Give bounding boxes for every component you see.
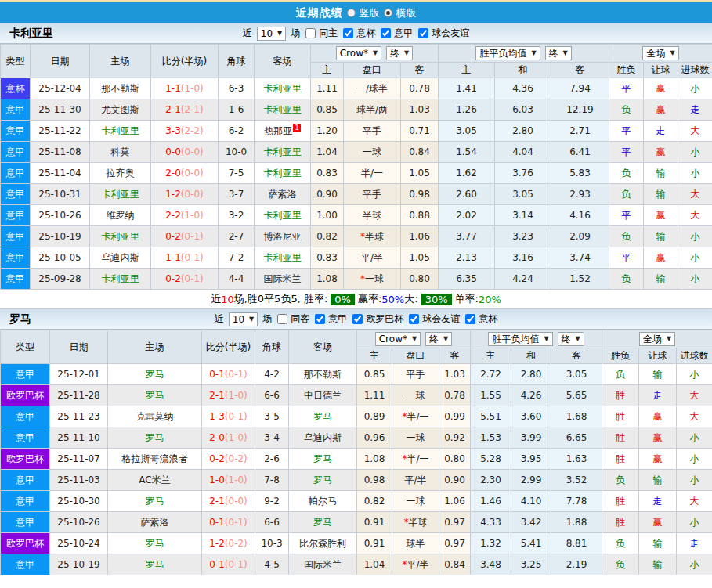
avg-draw: 3.95 [511,449,551,470]
games-label: 场 [291,27,300,40]
sub-col-header-7: 让球 [639,348,677,364]
result-wdl: 负 [609,99,644,121]
handicap-text: 平/半 [404,474,426,485]
final-odds-select[interactable]: 终▼ [386,46,413,60]
chevron-down-icon: ▼ [531,48,536,59]
away-team: 国际米兰 [289,554,357,575]
home-team-name: 卡利亚里 [102,189,139,200]
odds-home: 0.83 [311,163,344,184]
handicap-line: 一球 [344,142,401,163]
competition-checkbox-2[interactable] [418,28,428,38]
competition-checkbox-3[interactable] [465,314,475,324]
result-goals: 大 [678,205,712,226]
away-team-name: 热那亚 [264,125,292,136]
competition-checkbox-2[interactable] [409,314,419,324]
wdl-average-select[interactable]: 胜平负均值▼ [475,46,540,60]
away-team: 中日德兰 [289,385,357,406]
final-average-select[interactable]: 终▼ [545,46,572,60]
match-date: 25-11-08 [31,142,90,163]
away-team-name: 国际米兰 [264,273,302,284]
same-venue-checkbox[interactable] [305,28,316,38]
halftime-score: (0-0) [181,189,204,200]
same-venue-checkbox[interactable] [277,314,287,324]
handicap-text: 半/一 [361,168,383,179]
horizontal-layout-radio[interactable] [384,9,392,17]
team-name: 卡利亚里 [9,27,53,41]
table-row: 意甲25-09-28卡利亚里0-2(0-1)4-4国际米兰1.08*一球0.80… [1,269,712,290]
type-badge: 意甲 [1,491,50,512]
odds-home: 0.90 [311,184,344,205]
fulltime-score: 2-1 [209,390,225,401]
corner-score: 4-5 [255,554,289,575]
match-score: 0-2(0-1) [151,269,219,290]
avg-draw: 4.26 [511,385,551,406]
home-team-name: 那不勒斯 [102,83,139,94]
match-date: 25-09-28 [31,269,90,290]
vertical-layout-radio[interactable] [347,9,356,17]
table-row: 意杯25-12-04那不勒斯1-1(1-0)6-3卡利亚里1.11一/球半0.7… [1,78,712,99]
handicap-odds-group-header: Crow*▼终▼ [311,45,439,63]
chevron-down-icon: ▼ [563,48,568,59]
final-odds-select[interactable]: 终▼ [425,332,452,346]
sub-col-header-6: 胜负 [602,348,639,364]
match-count-select-value: 10 [261,28,273,39]
avg-home-win: 1.32 [471,533,511,554]
match-count-select[interactable]: 10▼ [229,312,258,326]
bookmaker-select[interactable]: Crow*▼ [336,46,381,60]
match-count-select[interactable]: 10▼ [257,27,286,41]
competition-checkbox-1[interactable] [352,314,363,324]
result-goals: 小 [678,226,712,247]
wdl-average-select[interactable]: 胜平负均值▼ [488,332,552,346]
final-average-select[interactable]: 终▼ [558,332,584,346]
handicap-text: 半球 [365,231,384,242]
near-label: 近 [243,27,252,40]
sub-col-header-4: 和 [495,63,551,78]
avg-away-win: 3.52 [551,470,602,491]
avg-away-win: 5.83 [551,163,609,184]
result-goals: 小 [677,449,712,470]
match-score: 1-1(0-1) [151,247,219,269]
away-team-name: 罗马 [313,474,332,485]
avg-away-win: 4.16 [551,205,609,226]
type-badge: 欧罗巴杯 [1,385,50,406]
halftime-score: (0-1) [181,273,204,284]
vertical-layout-label[interactable]: 竖版 [360,6,380,20]
summary-part-2: 场,胜0平5负5, 胜率: [234,292,328,306]
home-team-name: 萨索洛 [141,517,169,528]
avg-away-win: 2.19 [551,554,602,575]
fulltime-select[interactable]: 全场▼ [639,332,675,346]
competition-label-0: 意杯 [356,27,375,40]
fulltime-score: 0-1 [209,559,225,570]
match-date: 25-12-04 [31,78,90,99]
odds-away: 0.97 [439,533,471,554]
table-row: 欧罗巴杯25-11-28罗马2-1(1-0)6-6中日德兰1.11一球0.781… [1,385,712,406]
chevron-down-icon: ▼ [544,334,548,345]
competition-checkbox-1[interactable] [381,28,391,38]
handicap-line: *半球 [392,512,439,533]
table-row: 意甲25-11-30尤文图斯2-1(2-1)1-6卡利亚里0.85球半/两1.0… [1,99,712,121]
home-team: 卡利亚里 [90,226,151,247]
match-date: 25-10-26 [50,512,108,533]
competition-checkbox-0[interactable] [315,314,325,324]
handicap-text: 半球 [409,517,428,528]
away-team-name: 比尔森胜利 [299,538,346,549]
odds-home: 1.04 [311,142,344,163]
match-date: 25-10-19 [31,226,90,247]
table-row: 欧罗巴杯25-11-07格拉斯哥流浪者0-2(0-2)2-6罗马1.08*半/一… [1,449,712,470]
away-team-name: 帕尔马 [309,496,337,507]
fulltime-score: 2-0 [209,432,225,443]
fulltime-select[interactable]: 全场▼ [642,46,678,60]
match-date: 25-10-30 [50,491,108,512]
chevron-down-icon: ▼ [670,48,674,59]
competition-checkbox-0[interactable] [343,28,353,38]
bookmaker-select[interactable]: Crow*▼ [375,332,421,346]
away-team-name: 乌迪内斯 [304,432,342,443]
chevron-down-icon: ▼ [404,48,409,59]
chevron-down-icon: ▼ [667,334,671,345]
handicap-line: *半/一 [392,449,439,470]
competition-label-1: 意甲 [394,27,413,40]
result-handicap: 输 [639,470,677,491]
match-score: 3-3(2-2) [151,121,219,142]
horizontal-layout-label[interactable]: 横版 [396,6,417,20]
away-team: 罗马 [289,512,357,533]
